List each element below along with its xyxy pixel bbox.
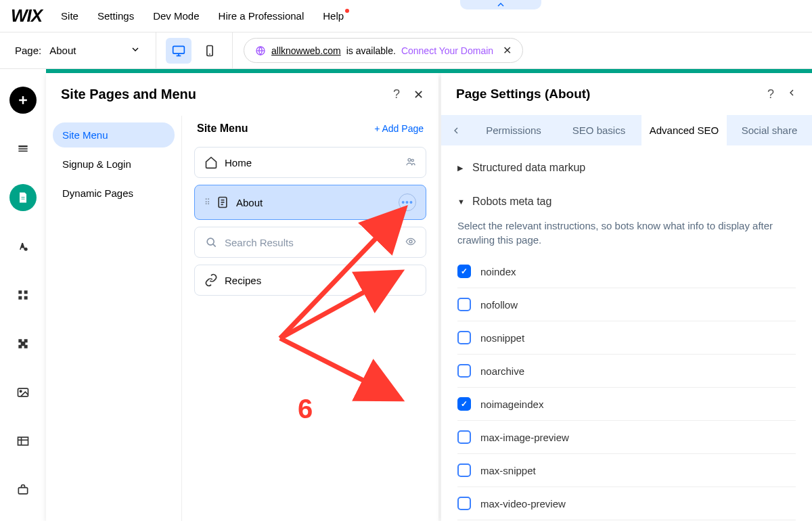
expand-tab[interactable] xyxy=(460,0,541,9)
rail-data-icon[interactable] xyxy=(9,428,37,455)
drag-handle-icon[interactable]: ⠿ xyxy=(204,198,209,207)
page-row-label: Recipes xyxy=(225,275,261,286)
svg-point-14 xyxy=(24,248,28,251)
checkbox-max-image-preview[interactable] xyxy=(457,430,471,444)
checkbox-nofollow[interactable] xyxy=(457,298,471,311)
svg-line-32 xyxy=(213,244,216,247)
add-page-button[interactable]: + Add Page xyxy=(374,123,424,134)
nav-help[interactable]: Help xyxy=(323,10,344,22)
rail-design-icon[interactable] xyxy=(9,233,37,260)
checkbox-noimageindex[interactable] xyxy=(457,397,471,411)
chevron-down-icon xyxy=(130,44,141,57)
check-row-nofollow: nofollow xyxy=(457,288,796,321)
checkbox-max-video-preview[interactable] xyxy=(457,497,471,510)
page-row-label: About xyxy=(236,197,263,208)
page-row-label: Search Results xyxy=(225,237,294,248)
svg-rect-24 xyxy=(18,488,27,494)
add-button[interactable] xyxy=(9,87,37,114)
domain-link[interactable]: allknowweb.com xyxy=(271,45,341,56)
check-row-max-image-preview: max-image-preview xyxy=(457,421,796,454)
nav-devmode[interactable]: Dev Mode xyxy=(153,10,199,22)
svg-rect-10 xyxy=(18,148,27,150)
rail-plugins-icon[interactable] xyxy=(9,330,37,357)
collapse-icon[interactable] xyxy=(786,87,797,101)
svg-rect-11 xyxy=(18,151,27,152)
check-label: nosnippet xyxy=(480,332,524,344)
rail-apps-icon[interactable] xyxy=(9,281,37,309)
sidebar-item-site-menu[interactable]: Site Menu xyxy=(53,122,175,148)
tab-seo-basics[interactable]: SEO basics xyxy=(556,115,641,145)
sidebar-item-signup-login[interactable]: Signup & Login xyxy=(53,152,175,177)
svg-rect-12 xyxy=(22,197,25,198)
check-label: noindex xyxy=(480,266,516,277)
accordion-robots-meta[interactable]: ▼ Robots meta tag xyxy=(457,185,796,219)
tab-permissions[interactable]: Permissions xyxy=(471,115,556,145)
rail-business-icon[interactable] xyxy=(9,476,37,503)
page-label: Page: xyxy=(15,45,41,56)
svg-point-26 xyxy=(411,159,413,161)
page-row-search-results[interactable]: Search Results xyxy=(194,227,426,258)
members-icon xyxy=(405,156,416,169)
rail-media-icon[interactable] xyxy=(9,379,37,406)
pages-panel: Site Pages and Menu ? ✕ Site Menu Signup… xyxy=(46,73,438,521)
second-bar: Page: About allknowweb.com is available.… xyxy=(0,32,812,69)
check-label: max-snippet xyxy=(480,465,536,476)
page-icon xyxy=(216,196,229,209)
nav-settings[interactable]: Settings xyxy=(97,10,134,22)
page-row-home[interactable]: Home xyxy=(194,147,426,178)
help-icon[interactable]: ? xyxy=(767,87,774,101)
pages-list-title: Site Menu xyxy=(197,122,248,135)
top-nav: WIX Site Settings Dev Mode Hire a Profes… xyxy=(0,0,812,32)
check-row-nosnippet: nosnippet xyxy=(457,321,796,355)
left-rail xyxy=(0,69,46,521)
svg-point-33 xyxy=(409,240,412,243)
checkbox-nosnippet[interactable] xyxy=(457,331,471,344)
checkbox-noarchive[interactable] xyxy=(457,364,471,378)
pages-sidebar: Site Menu Signup & Login Dynamic Pages xyxy=(46,116,181,521)
tab-social-share[interactable]: Social share xyxy=(727,115,812,145)
settings-panel-title: Page Settings (About) xyxy=(456,87,590,101)
pages-list: Site Menu + Add Page Home ⠿ About ••• xyxy=(181,116,438,521)
domain-available-text: is available. xyxy=(346,45,396,56)
check-label: max-video-preview xyxy=(480,498,566,509)
home-icon xyxy=(204,156,218,169)
accordion-label: Structured data markup xyxy=(472,162,585,174)
check-row-noimageindex: noimageindex xyxy=(457,388,796,421)
checkbox-noindex[interactable] xyxy=(457,265,471,278)
link-icon xyxy=(204,273,218,287)
device-switch xyxy=(156,32,233,68)
svg-rect-0 xyxy=(173,46,185,53)
close-icon[interactable]: ✕ xyxy=(413,87,424,102)
help-icon[interactable]: ? xyxy=(393,87,400,101)
desktop-view-button[interactable] xyxy=(166,38,191,64)
page-row-label: Home xyxy=(225,157,252,168)
mobile-view-button[interactable] xyxy=(197,38,223,64)
nav-site[interactable]: Site xyxy=(61,10,78,22)
accordion-label: Robots meta tag xyxy=(472,196,551,208)
caret-down-icon: ▼ xyxy=(457,198,466,206)
nav-hire[interactable]: Hire a Professional xyxy=(219,10,304,22)
svg-rect-21 xyxy=(18,437,28,445)
page-row-recipes[interactable]: Recipes xyxy=(194,265,426,296)
check-row-max-video-preview: max-video-preview xyxy=(457,487,796,520)
check-label: max-image-preview xyxy=(480,432,569,443)
robots-description: Select the relevant instructions, so bot… xyxy=(457,219,796,255)
sidebar-item-dynamic-pages[interactable]: Dynamic Pages xyxy=(53,181,175,206)
svg-rect-16 xyxy=(24,290,28,294)
accordion-structured-data[interactable]: ▶ Structured data markup xyxy=(457,151,796,185)
caret-right-icon: ▶ xyxy=(457,164,466,173)
svg-point-25 xyxy=(408,158,411,161)
svg-point-31 xyxy=(207,238,214,245)
wix-logo[interactable]: WIX xyxy=(11,5,42,26)
tab-advanced-seo[interactable]: Advanced SEO xyxy=(641,115,727,145)
connect-domain-link[interactable]: Connect Your Domain xyxy=(401,45,493,56)
rail-sections-icon[interactable] xyxy=(9,135,37,162)
dismiss-domain-icon[interactable]: ✕ xyxy=(503,44,512,57)
settings-tabs: Permissions SEO basics Advanced SEO Soci… xyxy=(441,115,812,145)
checkbox-max-snippet[interactable] xyxy=(457,463,471,477)
tabs-back-button[interactable] xyxy=(441,115,471,145)
page-selector[interactable]: Page: About xyxy=(0,32,156,68)
page-row-about[interactable]: ⠿ About ••• xyxy=(194,185,426,220)
more-actions-button[interactable]: ••• xyxy=(399,194,416,211)
rail-pages-icon[interactable] xyxy=(9,184,37,211)
